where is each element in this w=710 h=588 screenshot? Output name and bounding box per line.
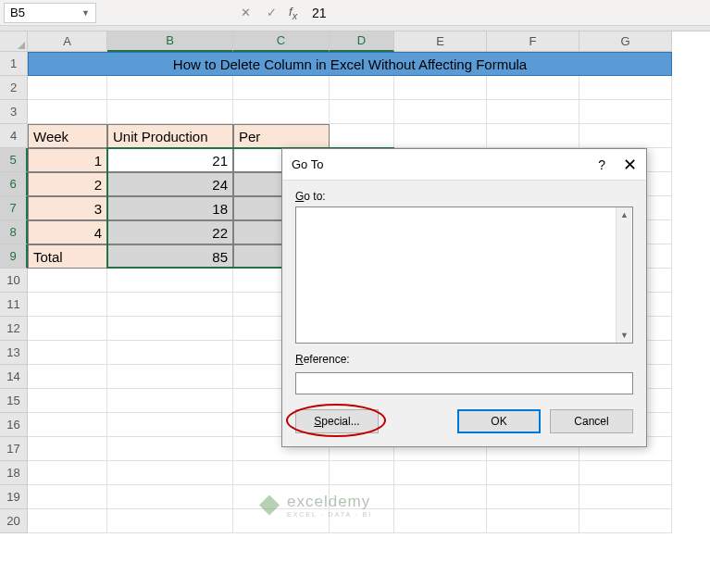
cell-C19[interactable] [233,485,330,509]
row-header-11[interactable]: 11 [0,293,28,317]
cell-A7[interactable]: 3 [28,196,107,220]
row-header-8[interactable]: 8 [0,220,28,244]
cell-A12[interactable] [28,317,107,341]
cell-B4[interactable]: Unit Production [107,124,233,148]
cell-F3[interactable] [487,100,579,124]
cell-B3[interactable] [107,100,233,124]
cell-D18[interactable] [330,461,394,485]
cell-G2[interactable] [579,76,672,100]
row-header-18[interactable]: 18 [0,461,28,485]
cell-B19[interactable] [107,485,233,509]
cell-A6[interactable]: 2 [28,172,107,196]
row-header-19[interactable]: 19 [0,485,28,509]
cell-G20[interactable] [579,509,672,533]
cell-B20[interactable] [107,509,233,533]
cell-D2[interactable] [330,76,394,100]
ok-button[interactable]: OK [457,409,541,433]
cell-B17[interactable] [107,437,233,461]
row-header-17[interactable]: 17 [0,437,28,461]
col-header-G[interactable]: G [579,31,672,52]
cell-A19[interactable] [28,485,107,509]
cell-F2[interactable] [487,76,579,100]
cell-A4[interactable]: Week [28,124,107,148]
cell-B2[interactable] [107,76,233,100]
cell-E4[interactable] [394,124,487,148]
row-header-7[interactable]: 7 [0,196,28,220]
cell-E2[interactable] [394,76,487,100]
cell-F18[interactable] [487,461,579,485]
cell-G19[interactable] [579,485,672,509]
cell-A3[interactable] [28,100,107,124]
row-header-20[interactable]: 20 [0,509,28,533]
cell-E20[interactable] [394,509,487,533]
cell-F4[interactable] [487,124,579,148]
col-header-B[interactable]: B [107,31,233,52]
cell-A18[interactable] [28,461,107,485]
cell-F20[interactable] [487,509,579,533]
chevron-down-icon[interactable]: ▼ [81,8,90,18]
cell-A16[interactable] [28,413,107,437]
cell-A2[interactable] [28,76,107,100]
cell-B9[interactable]: 85 [107,244,233,269]
formula-input[interactable] [306,6,492,20]
cell-D19[interactable] [330,485,394,509]
cell-B6[interactable]: 24 [107,172,233,196]
row-header-15[interactable]: 15 [0,389,28,413]
row-header-6[interactable]: 6 [0,172,28,196]
row-header-1[interactable]: 1 [0,52,28,76]
cell-A11[interactable] [28,293,107,317]
cell-D20[interactable] [330,509,394,533]
fx-icon[interactable]: fx [289,5,297,21]
cell-B8[interactable]: 22 [107,220,233,244]
cell-B16[interactable] [107,413,233,437]
col-header-C[interactable]: C [233,31,330,52]
cell-C18[interactable] [233,461,330,485]
name-box[interactable]: B5 ▼ [4,3,96,23]
col-header-E[interactable]: E [394,31,487,52]
cell-C2[interactable] [233,76,330,100]
scrollbar[interactable]: ▲ ▼ [616,207,632,343]
cell-C3[interactable] [233,100,330,124]
cell-B15[interactable] [107,389,233,413]
close-icon[interactable]: ✕ [622,155,637,175]
row-header-16[interactable]: 16 [0,413,28,437]
cancel-button[interactable]: Cancel [550,409,633,433]
cell-D3[interactable] [330,100,394,124]
cell-A10[interactable] [28,269,107,293]
cell-E3[interactable] [394,100,487,124]
row-header-10[interactable]: 10 [0,269,28,293]
cell-B12[interactable] [107,317,233,341]
row-header-14[interactable]: 14 [0,365,28,389]
goto-listbox[interactable]: ▲ ▼ [295,206,633,344]
scroll-up-icon[interactable]: ▲ [620,207,629,222]
cell-A8[interactable]: 4 [28,220,107,244]
row-header-13[interactable]: 13 [0,341,28,365]
cell-B14[interactable] [107,365,233,389]
select-all-corner[interactable] [0,31,28,52]
cell-A9[interactable]: Total [28,244,107,269]
cell-C20[interactable] [233,509,330,533]
cell-E19[interactable] [394,485,487,509]
dialog-titlebar[interactable]: Go To ? ✕ [282,149,646,181]
cell-D4[interactable] [330,124,394,148]
cell-B18[interactable] [107,461,233,485]
cell-G3[interactable] [579,100,672,124]
col-header-F[interactable]: F [487,31,579,52]
row-header-4[interactable]: 4 [0,124,28,148]
cell-A17[interactable] [28,437,107,461]
help-icon[interactable]: ? [598,157,605,172]
cell-B11[interactable] [107,293,233,317]
cell-A20[interactable] [28,509,107,533]
cell-A1[interactable]: How to Delete Column in Excel Without Af… [28,52,672,76]
cell-A13[interactable] [28,341,107,365]
cell-A5[interactable]: 1 [28,148,107,172]
cell-A14[interactable] [28,365,107,389]
row-header-3[interactable]: 3 [0,100,28,124]
col-header-A[interactable]: A [28,31,107,52]
row-header-2[interactable]: 2 [0,76,28,100]
cell-B13[interactable] [107,341,233,365]
col-header-D[interactable]: D [330,31,394,52]
cell-C4[interactable]: Per [233,124,330,148]
cell-F19[interactable] [487,485,579,509]
cell-B5[interactable]: 21 [107,148,233,172]
